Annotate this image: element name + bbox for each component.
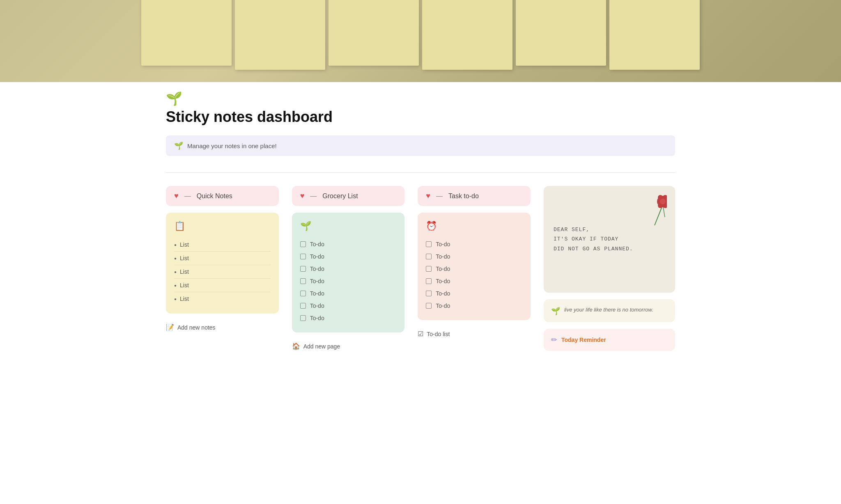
task-todo-card: ⏰ To-do To-do To-do To-do (418, 213, 531, 320)
clipboard-icon: 📋 (174, 221, 271, 231)
flower-icon (642, 192, 667, 229)
dash: — (310, 192, 317, 200)
list-item-text: List (180, 296, 189, 302)
sprout-logo-icon: 🌱 (166, 92, 182, 105)
sprout-icon: 🌱 (300, 221, 397, 231)
list-item-text: List (180, 282, 189, 289)
checkbox-icon[interactable] (300, 278, 306, 284)
task-todo-header: ♥ — Task to-do (418, 186, 531, 206)
bullet-icon: ● (174, 256, 177, 261)
grocery-list-header: ♥ — Grocery List (292, 186, 405, 206)
list-item-text: List (180, 241, 189, 248)
todo-item: To-do (300, 300, 397, 312)
checkbox-icon[interactable] (300, 291, 306, 296)
quote-text: live your life like there is no tomorrow… (564, 306, 653, 314)
hero-sticky-note (516, 0, 606, 66)
todo-item: To-do (300, 275, 397, 287)
list-item: ● List (174, 265, 271, 279)
quick-notes-card: 📋 ● List ● List ● List ● List (166, 213, 279, 314)
svg-point-7 (660, 199, 666, 204)
todo-text: To-do (310, 290, 324, 297)
list-item: ● List (174, 238, 271, 252)
grocery-list-title: Grocery List (322, 192, 358, 200)
dear-self-line1: DEAR SELF, (554, 227, 590, 233)
checkbox-icon[interactable] (426, 291, 432, 296)
heart-icon: ♥ (174, 192, 179, 200)
grocery-list-card: 🌱 To-do To-do To-do To-do (292, 213, 405, 332)
bullet-icon: ● (174, 283, 177, 288)
todo-item: To-do (300, 287, 397, 300)
task-todo-title: Task to-do (448, 192, 479, 200)
checkbox-icon[interactable] (426, 266, 432, 272)
todo-item: To-do (426, 263, 522, 275)
checkbox-icon[interactable] (426, 278, 432, 284)
todo-item: To-do (426, 250, 522, 263)
add-page-label: Add new page (303, 343, 340, 350)
pencil-icon: ✏ (551, 335, 557, 344)
info-banner-text: Manage your notes in one place! (187, 142, 277, 149)
svg-line-0 (655, 205, 663, 225)
todo-item: To-do (300, 250, 397, 263)
dash: — (184, 192, 191, 200)
task-todo-column: ♥ — Task to-do ⏰ To-do To-do To-do (418, 186, 531, 341)
reminder-card[interactable]: ✏ Today Reminder (544, 329, 675, 351)
heart-icon: ♥ (300, 192, 305, 200)
todo-list-button[interactable]: ☑ To-do list (418, 327, 531, 341)
checkbox-icon[interactable] (300, 303, 306, 309)
page-title: Sticky notes dashboard (166, 108, 675, 126)
todo-text: To-do (436, 253, 450, 260)
todo-list-label: To-do list (427, 331, 450, 337)
info-banner: 🌱 Manage your notes in one place! (166, 135, 675, 156)
todo-item: To-do (426, 238, 522, 250)
reminder-label: Today Reminder (561, 337, 606, 343)
hero-sticky-note (422, 0, 512, 70)
todo-item: To-do (426, 275, 522, 287)
add-notes-label: Add new notes (177, 324, 216, 331)
checkbox-icon[interactable] (300, 254, 306, 259)
todo-item: To-do (426, 300, 522, 312)
bullet-icon: ● (174, 270, 177, 274)
todo-text: To-do (310, 253, 324, 260)
section-divider (166, 172, 675, 173)
edit-icon: 📝 (166, 323, 174, 331)
hero-sticky-note (235, 0, 325, 70)
checkbox-icon[interactable] (300, 241, 306, 247)
add-new-notes-button[interactable]: 📝 Add new notes (166, 320, 279, 334)
bullet-icon: ● (174, 243, 177, 247)
todo-text: To-do (310, 315, 324, 321)
todo-text: To-do (310, 266, 324, 272)
home-icon: 🏠 (292, 342, 300, 350)
grocery-list-column: ♥ — Grocery List 🌱 To-do To-do To-do (292, 186, 405, 353)
todo-text: To-do (436, 290, 450, 297)
add-new-page-button[interactable]: 🏠 Add new page (292, 339, 405, 353)
heart-icon: ♥ (426, 192, 430, 200)
checkbox-icon[interactable] (300, 315, 306, 321)
quick-notes-column: ♥ — Quick Notes 📋 ● List ● List ● List (166, 186, 279, 334)
quote-card: 🌱 live your life like there is no tomorr… (544, 299, 675, 322)
hero-sticky-note (329, 0, 419, 66)
hero-sticky-note (609, 0, 700, 70)
checkbox-icon[interactable] (426, 254, 432, 259)
quote-sprout-icon: 🌱 (551, 307, 560, 316)
todo-item: To-do (300, 263, 397, 275)
checkbox-icon[interactable] (426, 303, 432, 309)
todo-text: To-do (436, 302, 450, 309)
todo-text: To-do (310, 302, 324, 309)
checkbox-icon[interactable] (426, 241, 432, 247)
list-item-text: List (180, 268, 189, 275)
cards-grid: ♥ — Quick Notes 📋 ● List ● List ● List (166, 186, 675, 353)
list-item: ● List (174, 252, 271, 265)
checkbox-icon[interactable] (300, 266, 306, 272)
todo-item: To-do (426, 287, 522, 300)
dear-self-line3: DID NOT GO AS PLANNED. (554, 246, 633, 252)
todo-item: To-do (300, 238, 397, 250)
todo-text: To-do (436, 241, 450, 247)
bullet-icon: ● (174, 297, 177, 301)
todo-text: To-do (436, 266, 450, 272)
list-item-text: List (180, 255, 189, 261)
todo-item: To-do (300, 312, 397, 324)
quick-notes-header: ♥ — Quick Notes (166, 186, 279, 206)
list-item: ● List (174, 292, 271, 305)
info-banner-icon: 🌱 (174, 141, 183, 150)
dear-self-line2: IT'S OKAY IF TODAY (554, 236, 618, 242)
